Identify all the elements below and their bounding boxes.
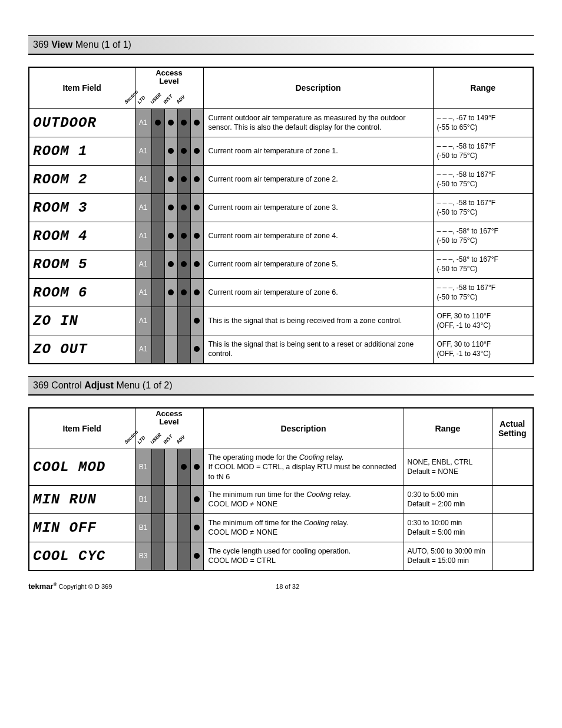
access-dot-cell	[177, 278, 190, 307]
actual-setting[interactable]	[492, 513, 533, 542]
section-ref: B1	[135, 485, 151, 513]
access-dot-cell	[164, 278, 177, 307]
range: – – –, -58 to 167°F(-50 to 75°C)	[433, 165, 533, 193]
table-row: ROOM 3A1Current room air temperature of …	[29, 193, 533, 222]
access-dot-cell	[177, 485, 190, 513]
dot-icon	[168, 289, 174, 295]
dot-icon	[168, 176, 174, 182]
dot-icon	[194, 525, 200, 531]
col-desc: Description	[203, 408, 404, 449]
access-dot-cell	[177, 542, 190, 571]
item-field: ZO IN	[29, 307, 135, 335]
item-field: OUTDOOR	[29, 108, 135, 137]
dot-icon	[194, 464, 200, 470]
item-field: ROOM 3	[29, 193, 135, 222]
item-field: COOL CYC	[29, 542, 135, 571]
access-dot-cell	[164, 449, 177, 486]
actual-setting[interactable]	[492, 542, 533, 571]
level-ltd: LTD	[136, 95, 146, 105]
level-inst: INST	[162, 434, 173, 445]
item-field: ROOM 5	[29, 250, 135, 278]
access-dot-cell	[177, 307, 190, 335]
dot-icon	[181, 289, 187, 295]
dot-icon	[181, 205, 187, 210]
access-dot-cell	[177, 193, 190, 222]
table-row: ROOM 5A1Current room air temperature of …	[29, 250, 533, 278]
description: Current room air temperature of zone 2.	[203, 165, 433, 193]
section-ref: A1	[135, 278, 151, 307]
actual-setting[interactable]	[492, 485, 533, 513]
dot-icon	[168, 148, 174, 154]
section-ref: A1	[135, 193, 151, 222]
access-dot-cell	[151, 250, 164, 278]
table-row: COOL MODB1The operating mode for the Coo…	[29, 449, 533, 486]
access-dot-cell	[164, 137, 177, 165]
access-dot-cell	[164, 250, 177, 278]
access-dot-cell	[164, 307, 177, 335]
access-dot-cell	[190, 307, 203, 335]
range: – – –, -58° to 167°F(-50 to 75°C)	[433, 222, 533, 250]
title-suffix: Menu (1 of 2)	[114, 380, 173, 390]
level-adv: ADV	[175, 94, 186, 104]
title-prefix: 369 Control	[33, 380, 84, 390]
col-range: Range	[404, 408, 492, 449]
description: The operating mode for the Cooling relay…	[203, 449, 404, 486]
section-ref: A1	[135, 108, 151, 137]
access-dot-cell	[164, 485, 177, 513]
col-access: Access Level Section LTD USER INST ADV	[135, 67, 203, 108]
access-dot-cell	[190, 335, 203, 364]
page-footer: tekmar® Copyright © D 369 18 of 32	[28, 582, 534, 591]
description: Current room air temperature of zone 6.	[203, 278, 433, 307]
item-field: ROOM 1	[29, 137, 135, 165]
level-inst: INST	[162, 93, 173, 104]
access-dot-cell	[177, 108, 190, 137]
section-ref: B1	[135, 449, 151, 486]
access-dot-cell	[164, 222, 177, 250]
range: – – –, -58° to 167°F(-50 to 75°C)	[433, 250, 533, 278]
table-row: MIN OFFB1The minimum off time for the Co…	[29, 513, 533, 542]
dot-icon	[194, 261, 200, 267]
title-prefix: 369	[33, 39, 51, 50]
access-dot-cell	[190, 485, 203, 513]
description: This is the signal that is being receive…	[203, 307, 433, 335]
level-user: USER	[149, 432, 162, 445]
section-ref: A1	[135, 137, 151, 165]
section-ref: A1	[135, 222, 151, 250]
page-number: 18 of 32	[276, 583, 299, 590]
range: OFF, 30 to 110°F(OFF, -1 to 43°C)	[433, 307, 533, 335]
dot-icon	[168, 205, 174, 210]
table-row: ROOM 1A1Current room air temperature of …	[29, 137, 533, 165]
dot-icon	[181, 120, 187, 126]
dot-icon	[181, 464, 187, 470]
description: The minimum run time for the Cooling rel…	[203, 485, 404, 513]
adjust-menu-title: 369 Control Adjust Menu (1 of 2)	[28, 376, 534, 396]
col-item: Item Field	[29, 408, 135, 449]
access-dot-cell	[177, 513, 190, 542]
access-dot-cell	[151, 165, 164, 193]
dot-icon	[168, 233, 174, 239]
dot-icon	[194, 205, 200, 210]
description: Current room air temperature of zone 4.	[203, 222, 433, 250]
description: This is the signal that is being sent to…	[203, 335, 433, 364]
dot-icon	[181, 233, 187, 239]
table-row: MIN RUNB1The minimum run time for the Co…	[29, 485, 533, 513]
access-dot-cell	[151, 307, 164, 335]
access-dot-cell	[190, 250, 203, 278]
actual-setting[interactable]	[492, 449, 533, 486]
dot-icon	[194, 346, 200, 352]
dot-icon	[194, 120, 200, 126]
access-dot-cell	[151, 542, 164, 571]
col-item: Item Field	[29, 67, 135, 108]
dot-icon	[194, 176, 200, 182]
access-dot-cell	[190, 278, 203, 307]
dot-icon	[181, 148, 187, 154]
dot-icon	[194, 318, 200, 324]
description: Current room air temperature of zone 3.	[203, 193, 433, 222]
dot-icon	[168, 261, 174, 267]
item-field: ROOM 4	[29, 222, 135, 250]
table-row: ROOM 4A1Current room air temperature of …	[29, 222, 533, 250]
range: – – –, -58 to 167°F(-50 to 75°C)	[433, 193, 533, 222]
table-row: COOL CYCB3The cycle length used for cool…	[29, 542, 533, 571]
dot-icon	[181, 261, 187, 267]
access-dot-cell	[151, 222, 164, 250]
